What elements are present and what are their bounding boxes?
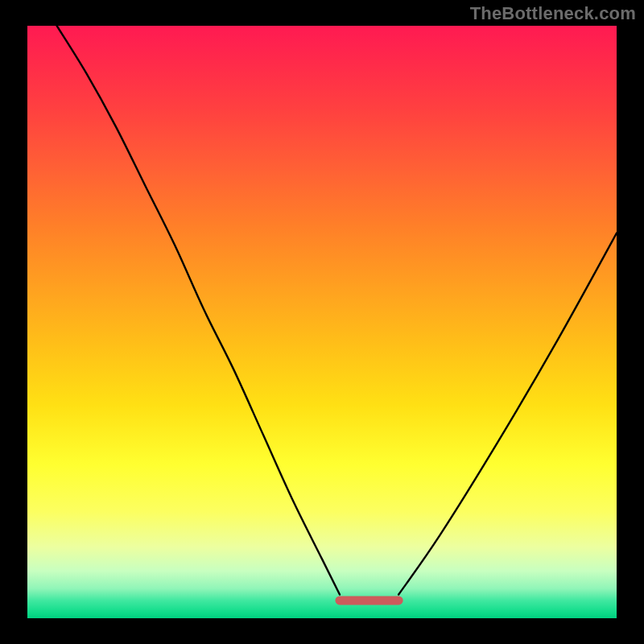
bottleneck-curve-left <box>57 26 340 595</box>
watermark-text: TheBottleneck.com <box>470 3 636 24</box>
curve-layer <box>27 26 617 618</box>
plot-area <box>27 26 617 618</box>
chart-frame: TheBottleneck.com <box>0 0 644 644</box>
bottleneck-curve-right <box>398 233 617 595</box>
